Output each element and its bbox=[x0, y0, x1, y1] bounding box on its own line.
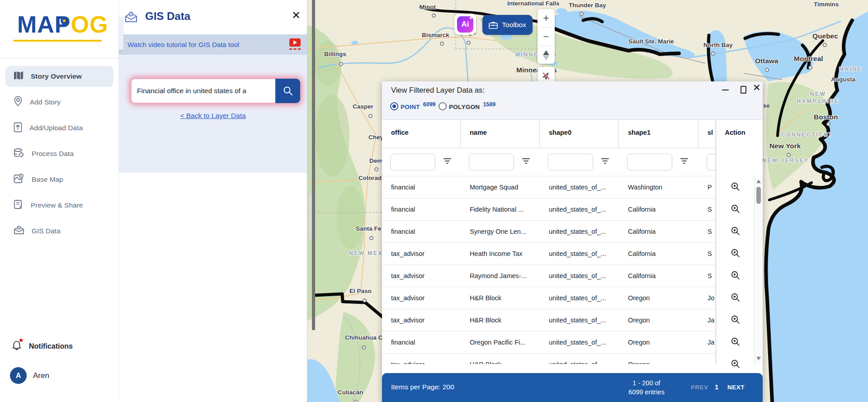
zoom-to-feature-button[interactable] bbox=[716, 243, 755, 265]
table-row[interactable]: financialSynergy One Len...united_states… bbox=[382, 221, 716, 243]
map-label: Ottawa bbox=[755, 57, 778, 65]
minimize-icon[interactable] bbox=[722, 90, 729, 90]
table-row[interactable]: tax_advisorRaymond James-...united_state… bbox=[382, 265, 716, 287]
zoom-to-feature-button[interactable] bbox=[716, 309, 755, 331]
map-label: North Bay bbox=[703, 42, 733, 48]
sidebar-item-base-map[interactable]: Base Map bbox=[5, 169, 113, 190]
back-to-layer-data-link[interactable]: < Back to Layer Data bbox=[119, 112, 307, 120]
vertical-scrollbar-thumb[interactable] bbox=[756, 187, 761, 204]
zoom-to-feature-button[interactable] bbox=[716, 176, 755, 199]
ai-tools-button[interactable]: Ai bbox=[454, 14, 476, 35]
user-menu[interactable]: A Aren bbox=[10, 367, 49, 384]
map-label: El Paso bbox=[349, 288, 372, 294]
filter-icon[interactable] bbox=[680, 158, 688, 166]
cell-shape0: united_states_of_... bbox=[540, 309, 619, 331]
notification-dot bbox=[19, 339, 23, 342]
zoom-in-button[interactable]: + bbox=[538, 9, 555, 27]
table-row[interactable]: financialOregon Pacific Fi...united_stat… bbox=[382, 331, 716, 354]
close-icon[interactable]: ✕ bbox=[753, 82, 761, 93]
map-label: Quebec bbox=[812, 32, 838, 40]
table-row[interactable]: tax_advisorH&R Blockunited_states_of_...… bbox=[382, 287, 716, 309]
city-marker bbox=[580, 12, 584, 16]
search-button[interactable] bbox=[275, 79, 300, 103]
video-tutorial-label: Watch video tutorial for GIS Data tool bbox=[127, 41, 239, 48]
cell-office: financial bbox=[382, 199, 461, 221]
close-icon[interactable]: ✕ bbox=[292, 10, 301, 21]
compass-needle-icon bbox=[543, 50, 549, 55]
cell-extra: Ja bbox=[698, 309, 716, 331]
scroll-down-arrow[interactable] bbox=[756, 357, 761, 360]
sidebar-item-process-data[interactable]: Process Data bbox=[5, 143, 113, 164]
cell-office: tax_advisor bbox=[382, 265, 461, 287]
zoom-to-feature-button[interactable] bbox=[716, 331, 755, 354]
notifications-button[interactable]: Notifications bbox=[12, 340, 73, 353]
map-label: Culiacán bbox=[338, 389, 363, 396]
table-row[interactable]: tax_advisorH&R Blockunited_states_of_...… bbox=[382, 309, 716, 331]
search-icon bbox=[283, 85, 293, 96]
compass-button[interactable] bbox=[538, 46, 555, 64]
zoom-to-feature-button[interactable] bbox=[716, 287, 755, 309]
polygon-radio-option[interactable]: POLYGON 1589 bbox=[439, 102, 495, 110]
point-radio-option[interactable]: POINT 6099 bbox=[390, 102, 436, 110]
zoom-in-magnifier-icon bbox=[730, 314, 741, 327]
filter-icon[interactable] bbox=[522, 158, 530, 166]
map-label: International Falls bbox=[507, 0, 560, 7]
sidebar-item-label: Story Overview bbox=[31, 72, 82, 80]
range-line1: 1 - 200 of bbox=[617, 378, 676, 388]
zoom-to-feature-button[interactable] bbox=[716, 221, 755, 243]
filter-input-name[interactable] bbox=[469, 154, 514, 170]
toolbox-button[interactable]: Toolbox bbox=[482, 15, 533, 35]
zoom-out-button[interactable]: − bbox=[538, 28, 555, 46]
filter-input-shape1[interactable] bbox=[627, 154, 672, 170]
scroll-up-arrow[interactable] bbox=[756, 180, 761, 183]
zoom-to-feature-button[interactable] bbox=[716, 199, 755, 221]
cell-name: H&R Block bbox=[461, 287, 540, 309]
filter-input-shape0[interactable] bbox=[548, 154, 593, 170]
sidebar-item-add-upload-data[interactable]: Add/Upload Data bbox=[5, 118, 113, 138]
zoom-in-magnifier-icon bbox=[730, 248, 741, 260]
table-scroll-area: officenameshape0shape1slfinancialMortgag… bbox=[382, 120, 716, 364]
filter-input-office[interactable] bbox=[390, 154, 435, 170]
search-input[interactable] bbox=[131, 79, 275, 103]
table-row[interactable]: tax_advisorHeath Income Taxunited_states… bbox=[382, 243, 716, 265]
maximize-icon[interactable] bbox=[741, 86, 746, 94]
cell-shape1: Oregon bbox=[619, 287, 698, 309]
zoom-in-magnifier-icon bbox=[730, 336, 741, 349]
panel-scrollbar-thumb[interactable] bbox=[309, 194, 312, 239]
filter-icon[interactable] bbox=[443, 158, 451, 166]
sidebar-item-preview-share[interactable]: Preview & Share bbox=[5, 195, 113, 216]
panel-title: GIS Data bbox=[145, 10, 190, 23]
sidebar-item-story-overview[interactable]: Story Overview bbox=[5, 66, 113, 87]
window-header: View Filtered Layer Data as: ✕ POINT 609… bbox=[382, 81, 763, 120]
point-count: 6099 bbox=[423, 101, 436, 108]
cell-shape1: Oregon bbox=[619, 354, 698, 364]
panel-scrollbar-track[interactable] bbox=[312, 0, 315, 330]
cell-shape0: united_states_of_... bbox=[540, 221, 619, 243]
city-marker bbox=[467, 41, 471, 45]
zoom-to-feature-button[interactable] bbox=[716, 265, 755, 287]
map-label: Montreal bbox=[794, 55, 823, 63]
sidebar-item-add-story[interactable]: Add Story bbox=[5, 92, 113, 113]
table-row[interactable]: tax_advisorH&R Blockunited_states_of_...… bbox=[382, 354, 716, 364]
mapog-logo[interactable]: MAPOG bbox=[17, 11, 108, 38]
prev-page-button[interactable]: PREV bbox=[691, 384, 708, 391]
sidebar-item-gis-data[interactable]: GIS Data bbox=[5, 221, 113, 241]
cell-name: Heath Income Tax bbox=[461, 243, 540, 265]
video-tutorial-banner[interactable]: Watch video tutorial for GIS Data tool bbox=[119, 34, 307, 55]
header-divider bbox=[382, 148, 716, 148]
vertical-scrollbar[interactable] bbox=[754, 176, 763, 364]
location-disabled-icon bbox=[541, 71, 551, 81]
sidebar-item-label: GIS Data bbox=[32, 227, 61, 235]
map-label: New York bbox=[769, 142, 801, 150]
next-page-button[interactable]: NEXT bbox=[727, 384, 745, 391]
cell-name: H&R Block bbox=[461, 309, 540, 331]
sidebar-item-label: Add Story bbox=[30, 98, 61, 106]
divider bbox=[0, 58, 119, 58]
zoom-to-feature-button[interactable] bbox=[716, 354, 755, 376]
table-row[interactable]: financialFidelity National ...united_sta… bbox=[382, 199, 716, 221]
cell-shape1: California bbox=[619, 199, 698, 221]
preview-share-icon bbox=[14, 199, 24, 211]
filter-icon[interactable] bbox=[601, 158, 609, 166]
table-row[interactable]: financialMortgage Squadunited_states_of_… bbox=[382, 176, 716, 199]
filter-input-sl[interactable] bbox=[707, 154, 716, 170]
